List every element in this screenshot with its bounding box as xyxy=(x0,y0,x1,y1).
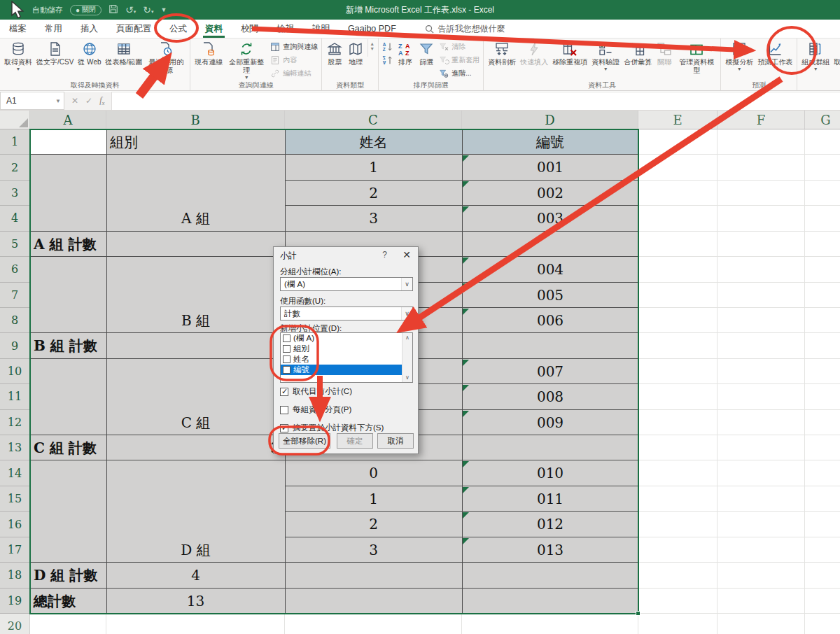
row-header-11[interactable]: 11 xyxy=(0,384,30,409)
cell-B14[interactable] xyxy=(106,460,285,486)
cell-F5[interactable] xyxy=(718,232,805,257)
tab-view[interactable]: 檢視 xyxy=(267,20,303,38)
list-item-name[interactable]: 姓名 xyxy=(281,354,412,365)
cell-B9[interactable] xyxy=(106,333,285,358)
ribbon-consol-button[interactable]: 合併彙算 xyxy=(622,39,654,66)
tab-help[interactable]: 說明 xyxy=(303,20,339,38)
cell-E4[interactable] xyxy=(638,206,718,231)
ribbon-clockdoc-button[interactable]: 最近使用的來源 xyxy=(144,39,188,75)
cell-F14[interactable] xyxy=(718,460,805,486)
row-header-4[interactable]: 4 xyxy=(0,206,30,231)
name-box-dropdown-icon[interactable]: ▼ xyxy=(55,98,61,104)
ribbon-whatif-button[interactable]: ?模擬分析▼ xyxy=(723,39,755,71)
ribbon-split-button[interactable]: 資料剖析 xyxy=(486,39,518,66)
replace-current-subtotals-checkbox[interactable]: 取代目前小計(C) xyxy=(280,386,352,397)
list-item-number[interactable]: 編號 xyxy=(281,365,412,375)
cell-G13[interactable] xyxy=(805,435,840,460)
row-header-20[interactable]: 20 xyxy=(0,614,30,634)
cell-A12[interactable] xyxy=(30,410,106,435)
row-header-10[interactable]: 10 xyxy=(0,359,30,384)
listbox-scrollbar[interactable]: ∧∨ xyxy=(402,333,412,382)
checkbox-icon[interactable] xyxy=(283,355,290,363)
cell-G19[interactable] xyxy=(805,589,840,614)
ribbon-map-button[interactable]: 地理 xyxy=(345,39,366,66)
name-box[interactable]: A1▼ xyxy=(0,92,64,110)
cell-B16[interactable] xyxy=(106,512,285,537)
tab-home[interactable]: 常用 xyxy=(36,20,71,38)
cell-B7[interactable] xyxy=(106,283,285,308)
cell-B5[interactable] xyxy=(106,232,285,257)
cell-A11[interactable] xyxy=(30,384,106,409)
cancel-entry-icon[interactable]: ✕ xyxy=(71,96,78,106)
use-function-combobox[interactable]: 計數 ∨ xyxy=(280,307,413,320)
cell-A8[interactable] xyxy=(30,308,106,333)
cell-A14[interactable] xyxy=(30,460,106,486)
ribbon-group-button[interactable]: 組成群組▼ xyxy=(799,39,832,71)
cell-E18[interactable] xyxy=(638,563,718,588)
cell-E14[interactable] xyxy=(638,460,718,486)
cell-G16[interactable] xyxy=(805,512,840,537)
row-header-17[interactable]: 17 xyxy=(0,537,30,563)
ribbon-cylinder-button[interactable]: 取得資料▼ xyxy=(2,39,34,71)
row-header-19[interactable]: 19 xyxy=(0,589,30,614)
ribbon-sort-za-button[interactable]: AZ xyxy=(381,54,395,66)
fill-handle[interactable] xyxy=(636,611,640,616)
cell-E20[interactable] xyxy=(638,614,718,634)
subtotal-fields-listbox[interactable]: (欄 A) 組別 姓名 編號 ∧∨ xyxy=(280,332,413,383)
customize-toolbar-icon[interactable]: ▼ xyxy=(161,6,167,13)
cell-A20[interactable] xyxy=(30,614,106,634)
cell-E6[interactable] xyxy=(638,257,718,282)
remove-all-button[interactable]: 全部移除(R) xyxy=(279,433,330,449)
checkbox-icon[interactable] xyxy=(283,334,290,342)
checkbox-icon[interactable] xyxy=(280,424,288,432)
dialog-close-button[interactable]: ✕ xyxy=(402,249,411,260)
scroll-up-icon[interactable]: ∧ xyxy=(405,334,410,341)
cell-C20[interactable] xyxy=(285,614,462,634)
cell-E12[interactable] xyxy=(638,410,718,435)
formula-input[interactable] xyxy=(112,92,840,110)
tab-formulas[interactable]: 公式 xyxy=(160,20,196,38)
cell-G7[interactable] xyxy=(805,283,840,308)
cell-G5[interactable] xyxy=(805,232,840,257)
select-all-cell[interactable] xyxy=(0,111,30,129)
cell-E16[interactable] xyxy=(638,512,718,537)
cell-E3[interactable] xyxy=(638,181,718,206)
cell-F10[interactable] xyxy=(718,359,805,384)
autosave-toggle[interactable]: ●關閉 xyxy=(70,5,102,15)
row-header-18[interactable]: 18 xyxy=(0,563,30,588)
list-item-col-a[interactable]: (欄 A) xyxy=(281,333,412,344)
row-header-15[interactable]: 15 xyxy=(0,486,30,512)
cell-G9[interactable] xyxy=(805,333,840,358)
cell-F7[interactable] xyxy=(718,283,805,308)
cell-F16[interactable] xyxy=(718,512,805,537)
cell-A10[interactable] xyxy=(30,359,106,384)
cell-B10[interactable] xyxy=(106,359,285,384)
cell-F9[interactable] xyxy=(718,333,805,358)
cell-G15[interactable] xyxy=(805,486,840,512)
row-header-16[interactable]: 16 xyxy=(0,512,30,537)
cell-B2[interactable] xyxy=(106,155,285,180)
cell-F4[interactable] xyxy=(718,206,805,231)
cell-D20[interactable] xyxy=(462,614,638,634)
cell-C19[interactable] xyxy=(285,589,462,614)
cell-B3[interactable] xyxy=(106,181,285,206)
scroll-down-icon[interactable]: ▼ xyxy=(370,46,374,51)
cell-A4[interactable] xyxy=(30,206,106,231)
cell-F20[interactable] xyxy=(718,614,805,634)
checkbox-icon[interactable] xyxy=(280,406,288,414)
row-header-3[interactable]: 3 xyxy=(0,181,30,206)
row-header-2[interactable]: 2 xyxy=(0,155,30,180)
cell-E5[interactable] xyxy=(638,232,718,257)
cell-E1[interactable] xyxy=(638,129,718,155)
column-header-c[interactable]: C xyxy=(285,111,462,129)
tab-file[interactable]: 檔案 xyxy=(0,20,36,38)
redo-icon[interactable]: ↻▾ xyxy=(143,4,153,15)
cell-E2[interactable] xyxy=(638,155,718,180)
cell-A2[interactable] xyxy=(30,155,106,180)
cell-B6[interactable] xyxy=(106,257,285,282)
cell-F2[interactable] xyxy=(718,155,805,180)
row-header-12[interactable]: 12 xyxy=(0,410,30,435)
ribbon-valid-button[interactable]: 資料驗證▼ xyxy=(589,39,622,71)
tab-insert[interactable]: 插入 xyxy=(71,20,107,38)
ribbon-ungroup-button[interactable]: 取消群組▼ xyxy=(832,39,840,71)
